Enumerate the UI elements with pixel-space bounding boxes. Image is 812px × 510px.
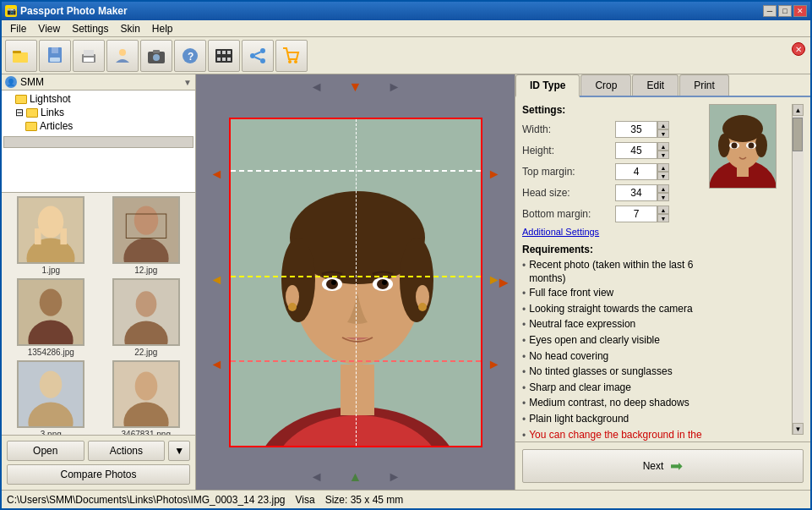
minimize-button[interactable]: ─	[763, 5, 777, 17]
bottom-margin-up[interactable]: ▲	[657, 206, 669, 214]
svg-rect-21	[227, 58, 231, 61]
top-margin-up[interactable]: ▲	[657, 163, 669, 172]
photo-frame-container: ◄ ◄ ◄ ► ► ►	[229, 118, 482, 447]
tabs: ID Type Crop Edit Print	[515, 74, 810, 97]
req-item-9: • Plain light background	[522, 413, 702, 427]
svg-point-74	[718, 134, 730, 157]
svg-point-11	[153, 54, 160, 61]
svg-point-68	[418, 303, 427, 311]
next-button[interactable]: Next ➡	[522, 449, 804, 483]
tree-item-lightshot[interactable]: Lightshot	[14, 92, 193, 106]
bottom-center-up-arrow[interactable]: ▲	[349, 469, 362, 485]
height-input[interactable]	[615, 142, 657, 159]
svg-rect-19	[217, 58, 221, 61]
svg-point-23	[250, 53, 255, 58]
photo-item-12[interactable]: 12.jpg	[101, 196, 193, 275]
additional-settings-link[interactable]: Additional Settings	[522, 227, 702, 237]
svg-point-9	[119, 49, 126, 56]
horizontal-scrollbar[interactable]	[3, 136, 193, 148]
scroll-thumb[interactable]	[793, 118, 803, 151]
head-size-input[interactable]	[615, 184, 657, 201]
left-bottom-crop-arrow[interactable]: ◄	[210, 357, 224, 372]
photo-item-3467831[interactable]: 3467831.png	[101, 360, 193, 435]
svg-rect-7	[84, 50, 94, 56]
maximize-button[interactable]: □	[778, 5, 792, 17]
bottom-margin-input[interactable]	[615, 206, 657, 222]
req-item-10: • You can change the background in the p…	[522, 429, 702, 441]
head-size-label: Head size:	[522, 187, 615, 199]
right-panel: ID Type Crop Edit Print Settings: Width:…	[515, 74, 810, 490]
width-input[interactable]	[615, 121, 657, 138]
top-center-down-arrow[interactable]: ▼	[349, 80, 362, 95]
height-up[interactable]: ▲	[657, 142, 669, 151]
top-margin-input[interactable]	[615, 163, 657, 180]
top-margin-label: Top margin:	[522, 166, 615, 178]
tab-crop[interactable]: Crop	[580, 74, 631, 96]
menu-settings[interactable]: Settings	[67, 22, 113, 36]
photo-thumb-3467831	[112, 360, 180, 428]
actions-button[interactable]: Actions	[88, 441, 166, 461]
compare-photos-button[interactable]: Compare Photos	[7, 464, 190, 485]
tab-content: Settings: Width: ▲ ▼ Height:	[515, 97, 810, 441]
open-button[interactable]: Open	[7, 441, 84, 461]
right-bottom-crop-arrow[interactable]: ►	[488, 357, 501, 372]
scroll-down-button[interactable]: ▼	[793, 423, 804, 435]
left-top-crop-arrow[interactable]: ◄	[210, 167, 224, 182]
bottom-margin-row: Bottom margin: ▲ ▼	[522, 206, 702, 222]
menu-view[interactable]: View	[33, 22, 65, 36]
svg-point-67	[288, 303, 297, 311]
bottom-margin-down[interactable]: ▼	[657, 214, 669, 222]
print-button[interactable]	[73, 40, 105, 72]
tab-print[interactable]: Print	[679, 74, 729, 96]
scroll-up-button[interactable]: ▲	[793, 104, 804, 116]
open-folder-button[interactable]	[5, 40, 37, 72]
person-button[interactable]	[106, 40, 139, 72]
svg-rect-17	[222, 51, 226, 54]
svg-point-43	[135, 291, 156, 316]
actions-dropdown-button[interactable]: ▼	[168, 441, 190, 461]
photo-item-3[interactable]: 3.png	[5, 360, 97, 435]
head-size-down[interactable]: ▼	[657, 193, 669, 201]
svg-point-24	[260, 58, 265, 63]
toolbar-close-button[interactable]: ✕	[792, 42, 805, 56]
tab-id-type[interactable]: ID Type	[515, 74, 580, 97]
right-top-crop-arrow[interactable]: ►	[488, 167, 501, 182]
width-down[interactable]: ▼	[657, 129, 669, 138]
menu-skin[interactable]: Skin	[116, 22, 145, 36]
svg-point-27	[288, 60, 292, 63]
svg-point-28	[294, 60, 297, 63]
save-button[interactable]	[39, 40, 71, 72]
right-eye-crop-arrow[interactable]: ►	[488, 272, 501, 288]
menu-help[interactable]: Help	[147, 22, 178, 36]
top-left-arrow[interactable]: ◄	[310, 80, 324, 95]
cart-button[interactable]	[275, 40, 308, 72]
film-button[interactable]	[208, 40, 240, 72]
tree-item-articles[interactable]: Articles	[24, 119, 193, 133]
top-right-arrow[interactable]: ►	[387, 80, 401, 95]
camera-button[interactable]	[140, 40, 172, 72]
menu-file[interactable]: File	[5, 22, 31, 36]
left-eye-crop-arrow[interactable]: ◄	[210, 272, 224, 288]
close-button[interactable]: ✕	[793, 5, 807, 17]
head-size-up[interactable]: ▲	[657, 184, 669, 193]
width-up[interactable]: ▲	[657, 121, 669, 129]
svg-point-79	[749, 143, 755, 149]
svg-point-30	[38, 206, 63, 239]
width-spinner: ▲ ▼	[657, 121, 669, 138]
photo-thumb-12	[112, 196, 180, 264]
bottom-right-arrow[interactable]: ►	[387, 469, 401, 485]
share-button[interactable]	[242, 40, 274, 72]
help-button[interactable]: ?	[174, 40, 206, 72]
bottom-margin-spinner: ▲ ▼	[657, 206, 669, 222]
tab-edit[interactable]: Edit	[632, 74, 678, 96]
right-scrollbar: ▲ ▼	[792, 104, 804, 435]
photo-item-1354286[interactable]: 1354286.jpg	[5, 278, 97, 357]
photo-item-1[interactable]: 1.jpg	[5, 196, 97, 275]
tree-dropdown-arrow[interactable]: ▼	[183, 78, 192, 87]
photo-item-22[interactable]: 22.jpg	[101, 278, 193, 357]
tree-item-links[interactable]: ⊟ Links	[14, 106, 193, 119]
top-margin-down[interactable]: ▼	[657, 172, 669, 180]
height-down[interactable]: ▼	[657, 151, 669, 159]
bottom-left-arrow[interactable]: ◄	[310, 469, 324, 485]
right-bottom: Next ➡	[515, 441, 810, 490]
